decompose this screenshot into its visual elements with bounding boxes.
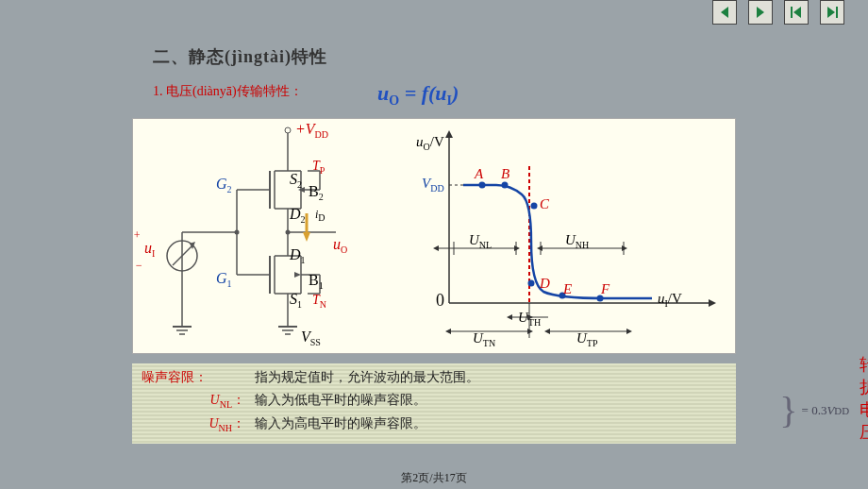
noise-def: 指为规定值时，允许波动的最大范围。 xyxy=(255,369,479,386)
circuit-svg xyxy=(133,119,416,353)
s1-label: S1 xyxy=(290,291,302,310)
svg-rect-5 xyxy=(836,7,838,18)
play-button[interactable] xyxy=(748,0,773,25)
point-a: A xyxy=(475,166,483,182)
x-axis-label: uI/V xyxy=(658,291,682,309)
svg-marker-76 xyxy=(507,314,512,320)
vdd-base: V xyxy=(306,121,315,137)
eq-s: DD xyxy=(834,405,849,416)
unl-def-label: UNL： xyxy=(142,392,255,410)
first-icon xyxy=(789,5,804,20)
unh-lb: U xyxy=(209,416,218,430)
svg-marker-4 xyxy=(827,7,835,18)
pvdd-s: DD xyxy=(430,183,443,194)
g2-label: G2 xyxy=(216,176,232,194)
noise-line-3: UNH： 输入为高电平时的噪声容限。 xyxy=(142,415,726,433)
unl-ls: NL xyxy=(220,399,232,410)
b1-sub: 1 xyxy=(319,280,324,291)
minus-label: − xyxy=(135,259,142,273)
svg-marker-79 xyxy=(626,329,632,334)
tn-label: TN xyxy=(312,293,326,310)
noise-margin-panel: 噪声容限： 指为规定值时，允许波动的最大范围。 UNL： 输入为低电平时的噪声容… xyxy=(132,363,736,444)
unh-def-label: UNH： xyxy=(142,415,255,433)
pvdd-b: V xyxy=(422,176,430,191)
ui-base: u xyxy=(144,240,152,256)
point-b: B xyxy=(501,166,509,182)
last-button[interactable] xyxy=(820,0,844,25)
point-e: E xyxy=(563,281,572,297)
d2-base: D xyxy=(290,206,301,222)
utp-s: TP xyxy=(587,338,598,348)
vdd-plot-label: VDD xyxy=(422,176,444,194)
tp-sub: P xyxy=(320,165,326,176)
diagram-container: +VDD TP S2 B2 D2 iD uO D1 B1 TN S1 VSS G… xyxy=(132,118,736,354)
prev-button[interactable] xyxy=(712,0,737,25)
yax-u: /V xyxy=(430,134,444,149)
vdd-sub: DD xyxy=(315,129,328,140)
s2-label: S2 xyxy=(290,171,302,190)
unh-def-text: 输入为高电平时的噪声容限。 xyxy=(255,415,426,432)
svg-marker-67 xyxy=(622,245,627,251)
d1-sub: 1 xyxy=(301,255,306,265)
unl-label: UNL xyxy=(469,232,492,250)
svg-marker-21 xyxy=(294,272,301,278)
g1-label: G1 xyxy=(216,270,232,289)
ui-sub: I xyxy=(152,248,155,259)
unl-lc: ： xyxy=(232,393,245,407)
formula-fn: f xyxy=(422,81,428,105)
formula-lhs-base: u xyxy=(377,81,389,105)
svg-marker-78 xyxy=(544,329,550,334)
tp-label: TP xyxy=(312,159,325,176)
plus-label: + xyxy=(133,228,141,243)
unh-b: U xyxy=(565,232,576,247)
svg-rect-2 xyxy=(791,7,793,18)
uth-b: U xyxy=(518,310,528,325)
formula-eq: = xyxy=(399,81,422,105)
svg-point-57 xyxy=(528,280,535,287)
svg-marker-49 xyxy=(709,299,716,307)
svg-point-55 xyxy=(502,182,509,189)
svg-point-54 xyxy=(479,182,486,189)
svg-marker-51 xyxy=(445,130,453,138)
yax-b: u xyxy=(416,134,424,149)
threshold-voltage-caption: 转折电压 xyxy=(860,353,868,444)
unh-ls: NH xyxy=(219,423,232,433)
nav-buttons xyxy=(712,0,844,25)
svg-marker-0 xyxy=(721,7,728,18)
svg-marker-3 xyxy=(793,7,801,18)
b2-label: B2 xyxy=(309,183,324,202)
point-c: C xyxy=(540,196,549,212)
yax-s: O xyxy=(424,142,430,152)
unl-b: U xyxy=(469,232,479,247)
tp-base: T xyxy=(312,159,320,173)
svg-point-6 xyxy=(285,127,291,133)
brace-icon: } xyxy=(779,392,797,430)
first-button[interactable] xyxy=(784,0,809,25)
vdd-label: +VDD xyxy=(295,121,328,140)
xax-u: /V xyxy=(668,291,682,306)
subsection-heading: 1. 电压(diànyā)传输特性： xyxy=(153,83,303,100)
unl-def-text: 输入为低电平时的噪声容限。 xyxy=(255,392,426,409)
unl-lb: U xyxy=(210,393,220,407)
vdd-sign: + xyxy=(295,121,306,137)
svg-marker-62 xyxy=(514,245,520,251)
g2-sub: 2 xyxy=(227,184,232,194)
vss-base: V xyxy=(301,329,310,345)
eq-b: V xyxy=(826,403,834,417)
formula-arg-base: u xyxy=(435,81,446,105)
transfer-plot: uO/V VDD 0 uI/V A B C D E F UNL UNH UTN … xyxy=(416,119,737,353)
s2-sub: 2 xyxy=(297,179,302,190)
id-label: iD xyxy=(315,208,326,223)
svg-marker-66 xyxy=(537,245,542,251)
triangle-left-icon xyxy=(717,5,732,20)
ui-label: uI xyxy=(144,240,155,259)
svg-marker-1 xyxy=(757,7,764,18)
origin-label: 0 xyxy=(436,291,444,311)
svg-marker-61 xyxy=(433,245,439,251)
uth-s: TH xyxy=(528,317,541,328)
d1-base: D xyxy=(290,246,301,262)
uo-base: u xyxy=(333,236,341,252)
id-sub: D xyxy=(318,212,325,223)
utp-label: UTP xyxy=(576,330,598,348)
unl-s: NL xyxy=(479,240,492,250)
